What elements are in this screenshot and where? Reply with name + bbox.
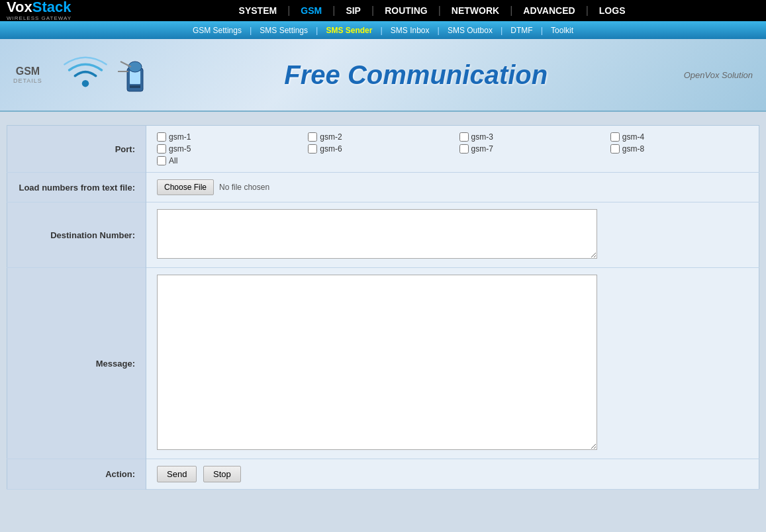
checkbox-gsm6[interactable] — [308, 144, 317, 154]
nav-routing[interactable]: ROUTING — [374, 0, 438, 21]
subnav-sms-settings[interactable]: SMS Settings — [252, 26, 316, 35]
nav-gsm[interactable]: GSM — [290, 0, 332, 21]
subnav-dtmf[interactable]: DTMF — [503, 26, 540, 35]
satellite-icon — [115, 48, 155, 101]
subnav-sms-inbox[interactable]: SMS Inbox — [383, 26, 438, 35]
checkbox-all[interactable] — [157, 156, 166, 165]
destination-value — [146, 202, 759, 268]
form-table: Port: gsm-1 gsm-2 gsm-3 — [7, 125, 759, 490]
action-value: Send Stop — [146, 459, 759, 490]
main-nav: SYSTEM | GSM | SIP | ROUTING | NETWORK |… — [98, 0, 766, 21]
banner: GSM DETAILS Free Communication OpenVox S… — [0, 39, 766, 112]
label-all: All — [169, 156, 177, 165]
port-gsm8: gsm-8 — [610, 144, 748, 154]
action-row: Action: Send Stop — [7, 459, 759, 490]
logo-subtitle: WIRELESS GATEWAY — [7, 15, 72, 21]
port-gsm2: gsm-2 — [308, 132, 446, 142]
svg-rect-2 — [130, 71, 140, 84]
port-gsm1: gsm-1 — [157, 132, 295, 142]
nav-logs[interactable]: LOGS — [589, 0, 636, 21]
load-numbers-row: Load numbers from text file: Choose File… — [7, 173, 759, 202]
subnav-toolkit[interactable]: Toolkit — [543, 26, 581, 35]
message-row: Message: — [7, 268, 759, 459]
port-row: Port: gsm-1 gsm-2 gsm-3 — [7, 126, 759, 173]
destination-textarea[interactable] — [157, 209, 597, 259]
label-gsm6: gsm-6 — [320, 144, 342, 154]
wifi-icon — [62, 52, 109, 98]
load-numbers-label: Load numbers from text file: — [7, 173, 146, 202]
port-checkboxes: gsm-1 gsm-2 gsm-3 gsm-4 — [146, 126, 759, 173]
file-input-wrapper: Choose File No file chosen — [157, 179, 748, 195]
action-label: Action: — [7, 459, 146, 490]
label-gsm5: gsm-5 — [169, 144, 191, 154]
choose-file-button[interactable]: Choose File — [157, 179, 214, 195]
file-name-text: No file chosen — [219, 183, 269, 192]
label-gsm3: gsm-3 — [471, 132, 493, 142]
main-content: Port: gsm-1 gsm-2 gsm-3 — [0, 112, 766, 503]
nav-sip[interactable]: SIP — [335, 0, 371, 21]
nav-network[interactable]: NETWORK — [441, 0, 510, 21]
subnav-sms-sender[interactable]: SMS Sender — [318, 26, 380, 35]
sub-navigation: GSM Settings | SMS Settings | SMS Sender… — [0, 21, 766, 39]
label-gsm8: gsm-8 — [622, 144, 644, 154]
svg-rect-3 — [130, 85, 140, 88]
subnav-sms-outbox[interactable]: SMS Outbox — [440, 26, 501, 35]
port-gsm7: gsm-7 — [459, 144, 597, 154]
nav-advanced[interactable]: ADVANCED — [512, 0, 585, 21]
destination-row: Destination Number: — [7, 202, 759, 268]
label-gsm1: gsm-1 — [169, 132, 191, 142]
send-button[interactable]: Send — [157, 466, 197, 482]
label-gsm7: gsm-7 — [471, 144, 493, 154]
checkbox-gsm8[interactable] — [610, 144, 620, 154]
port-all: All — [157, 156, 295, 165]
checkbox-gsm4[interactable] — [610, 132, 620, 142]
svg-point-0 — [82, 80, 89, 87]
logo-stack: Stack — [32, 0, 72, 15]
logo-vox: Vox — [7, 0, 32, 15]
port-gsm3: gsm-3 — [459, 132, 597, 142]
checkbox-gsm1[interactable] — [157, 132, 166, 142]
port-label: Port: — [7, 126, 146, 173]
checkbox-gsm3[interactable] — [459, 132, 469, 142]
logo: VoxStack WIRELESS GATEWAY — [7, 0, 72, 21]
label-gsm4: gsm-4 — [622, 132, 644, 142]
nav-system[interactable]: SYSTEM — [228, 0, 288, 21]
subnav-gsm-settings[interactable]: GSM Settings — [185, 26, 250, 35]
port-gsm6: gsm-6 — [308, 144, 446, 154]
port-gsm5: gsm-5 — [157, 144, 295, 154]
destination-label: Destination Number: — [7, 202, 146, 268]
checkbox-gsm2[interactable] — [308, 132, 317, 142]
load-numbers-value: Choose File No file chosen — [146, 173, 759, 202]
message-label: Message: — [7, 268, 146, 459]
checkbox-gsm7[interactable] — [459, 144, 469, 154]
banner-solution: OpenVox Solution — [684, 70, 753, 80]
port-grid: gsm-1 gsm-2 gsm-3 gsm-4 — [157, 132, 748, 165]
label-gsm2: gsm-2 — [320, 132, 342, 142]
checkbox-gsm5[interactable] — [157, 144, 166, 154]
port-gsm4: gsm-4 — [610, 132, 748, 142]
banner-title: Free Communication — [175, 60, 657, 90]
banner-gsm-label: GSM DETAILS — [13, 66, 42, 84]
stop-button[interactable]: Stop — [203, 466, 241, 482]
message-value — [146, 268, 759, 459]
message-textarea[interactable] — [157, 275, 597, 450]
top-navigation: VoxStack WIRELESS GATEWAY SYSTEM | GSM |… — [0, 0, 766, 21]
